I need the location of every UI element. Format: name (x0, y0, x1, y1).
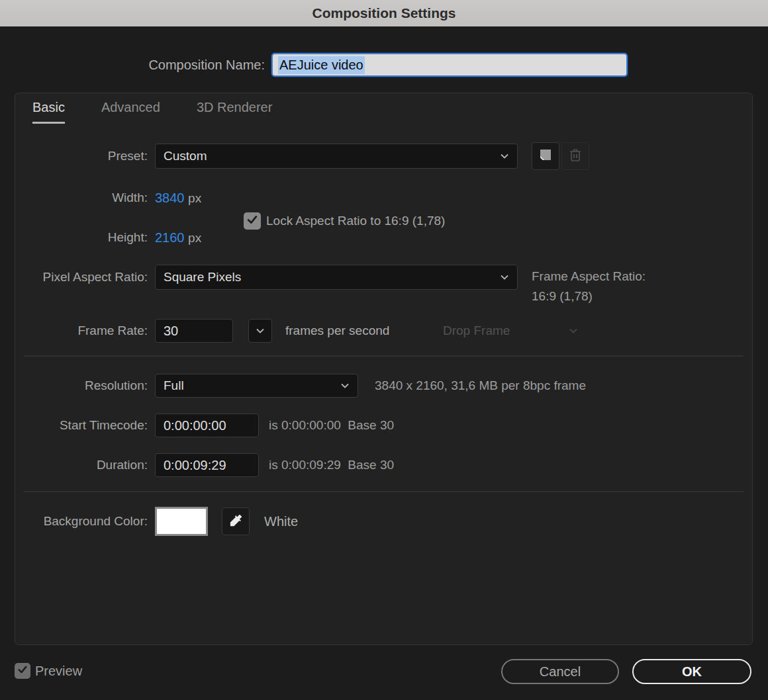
preview-toggle[interactable]: Preview (15, 663, 82, 679)
height-label: Height: (15, 230, 148, 245)
preset-value: Custom (164, 149, 207, 163)
background-color-name: White (264, 514, 298, 529)
frame-aspect-value: 16:9 (1,78) (532, 286, 646, 306)
width-value[interactable]: 3840 px (155, 191, 201, 206)
frame-rate-dropdown-button[interactable] (248, 319, 272, 343)
preset-row: Preset: Custom (15, 144, 752, 169)
delete-preset-button[interactable] (561, 142, 589, 170)
preset-label: Preset: (15, 149, 148, 163)
save-preset-button[interactable] (532, 142, 559, 170)
duration-input[interactable]: 0:00:09:29 (155, 453, 259, 477)
frame-rate-input[interactable]: 30 (155, 319, 233, 343)
background-color-row: Background Color: White (15, 507, 752, 536)
width-label: Width: (15, 191, 148, 205)
pixel-aspect-dropdown[interactable]: Square Pixels (155, 265, 518, 290)
dialog-titlebar: Composition Settings (0, 0, 768, 26)
start-timecode-input[interactable]: 0:00:00:00 (155, 414, 259, 437)
tab-basic[interactable]: Basic (32, 100, 65, 124)
start-timecode-info: is 0:00:00:00 Base 30 (269, 418, 394, 433)
dialog-title: Composition Settings (312, 5, 456, 21)
eyedropper-button[interactable] (222, 507, 250, 535)
frame-aspect-label: Frame Aspect Ratio: (532, 267, 646, 286)
duration-value: 0:00:09:29 (164, 458, 226, 473)
composition-name-input[interactable]: AEJuice video (271, 53, 628, 77)
checkmark-icon (17, 664, 28, 678)
frame-rate-label: Frame Rate: (15, 324, 148, 338)
preview-checkbox[interactable] (15, 663, 30, 679)
duration-row: Duration: 0:00:09:29 is 0:00:09:29 Base … (15, 453, 752, 477)
tab-3d-renderer[interactable]: 3D Renderer (197, 100, 273, 124)
chevron-down-icon (339, 380, 351, 392)
resolution-row: Resolution: Full 3840 x 2160, 31,6 MB pe… (15, 374, 752, 398)
duration-info: is 0:00:09:29 Base 30 (269, 458, 394, 472)
composition-name-value: AEJuice video (278, 56, 365, 74)
frame-rate-value: 30 (164, 324, 178, 339)
chevron-down-icon (499, 150, 510, 162)
preset-dropdown[interactable]: Custom (155, 144, 518, 169)
start-timecode-row: Start Timecode: 0:00:00:00 is 0:00:00:00… (15, 414, 752, 437)
settings-panel: Basic Advanced 3D Renderer Preset: Custo… (15, 93, 753, 645)
background-color-label: Background Color: (15, 514, 148, 529)
cancel-button[interactable]: Cancel (501, 659, 619, 684)
tab-advanced[interactable]: Advanced (101, 100, 160, 124)
frame-aspect-info: Frame Aspect Ratio: 16:9 (1,78) (532, 267, 646, 306)
chevron-down-icon (254, 325, 266, 337)
composition-name-label: Composition Name: (148, 58, 265, 73)
chevron-down-icon (499, 271, 510, 283)
start-timecode-value: 0:00:00:00 (164, 418, 226, 433)
pixel-aspect-label: Pixel Aspect Ratio: (15, 270, 148, 284)
height-value[interactable]: 2160 px (155, 230, 201, 245)
eyedropper-icon (228, 513, 244, 531)
section-divider (24, 491, 744, 492)
preview-label: Preview (35, 664, 82, 679)
drop-frame-value: Drop Frame (443, 324, 510, 338)
start-timecode-label: Start Timecode: (15, 418, 148, 433)
width-row: Width: 3840 px (15, 185, 752, 210)
drop-frame-dropdown[interactable]: Drop Frame (436, 319, 586, 343)
tab-bar: Basic Advanced 3D Renderer (32, 100, 272, 124)
pixel-aspect-value: Square Pixels (164, 270, 241, 284)
resolution-dropdown[interactable]: Full (155, 374, 358, 398)
new-preset-icon (538, 147, 553, 165)
section-divider (24, 355, 744, 357)
resolution-value: Full (164, 378, 184, 393)
resolution-label: Resolution: (15, 378, 148, 393)
composition-name-row: Composition Name: AEJuice video (0, 53, 768, 77)
height-row: Height: 2160 px (15, 225, 752, 250)
background-color-swatch[interactable] (155, 507, 208, 536)
ok-button[interactable]: OK (632, 659, 751, 684)
frame-rate-row: Frame Rate: 30 frames per second Drop Fr… (15, 319, 752, 343)
resolution-info: 3840 x 2160, 31,6 MB per 8bpc frame (375, 378, 586, 393)
trash-icon (567, 147, 583, 165)
chevron-down-icon (567, 325, 579, 337)
frames-per-second-label: frames per second (285, 324, 389, 338)
duration-label: Duration: (15, 458, 148, 472)
